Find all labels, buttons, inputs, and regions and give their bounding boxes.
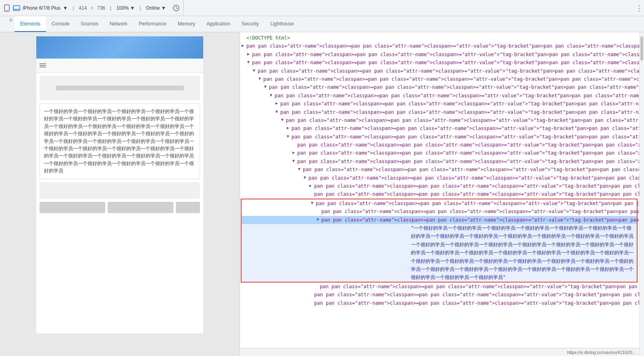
svg-line-6 xyxy=(176,8,177,9)
html-line[interactable]: pan pan class="attr-name">classpan>=pan … xyxy=(240,190,639,198)
tab-security[interactable]: Security xyxy=(236,16,265,32)
html-line[interactable]: ▼pan pan class="attr-name">classpan>=pan… xyxy=(240,133,639,141)
html-line[interactable]: ▶pan pan class="attr-name">classpan>=pan… xyxy=(240,124,639,132)
tab-console[interactable]: Console xyxy=(46,16,75,32)
expand-arrow[interactable]: ▼ xyxy=(298,165,303,172)
html-line[interactable]: ▼pan pan class="attr-name">classpan>=pan… xyxy=(240,83,639,91)
phone-section-placeholder-top xyxy=(40,76,200,100)
expand-arrow[interactable]: ▼ xyxy=(275,108,280,115)
expand-arrow[interactable]: ▶ xyxy=(287,124,292,131)
code-content: pan pan class="attr-name">classpan>=pan … xyxy=(297,141,639,149)
phone-gray-block-2 xyxy=(108,202,173,213)
responsive-icon[interactable] xyxy=(13,4,20,12)
device-section: iPhone 6/7/8 Plus ▼ | 414 × 736 | 100% ▼… xyxy=(0,0,183,16)
html-line[interactable]: ▼pan pan class="attr-name">classpan>=pan… xyxy=(240,157,639,165)
vertical-scrollbar[interactable] xyxy=(639,32,644,356)
device-height: 736 xyxy=(97,5,105,11)
scrollbar-thumb[interactable] xyxy=(640,36,643,61)
tab-network[interactable]: Network xyxy=(104,16,133,32)
device-toolbar: iPhone 6/7/8 Plus ▼ | 414 × 736 | 100% ▼… xyxy=(0,0,644,16)
more-options-icon[interactable]: ⋮ xyxy=(634,4,644,12)
expand-arrow[interactable]: ▼ xyxy=(258,75,263,82)
tab-sources[interactable]: Sources xyxy=(75,16,104,32)
code-content: pan pan class="attr-name">classpan>=pan … xyxy=(275,92,639,100)
expand-arrow[interactable]: ▶ xyxy=(309,182,314,189)
html-line[interactable]: ▶pan pan class="attr-name">classpan>=pan… xyxy=(240,100,639,108)
tab-application[interactable]: Application xyxy=(201,16,236,32)
code-content: pan pan class="attr-name">classpan>=pan … xyxy=(297,157,639,165)
html-line[interactable]: ▼pan pan class="attr-name">classpan>=pan… xyxy=(242,216,637,224)
html-line[interactable]: ▼pan pan class="attr-name">classpan>=pan… xyxy=(242,199,637,207)
html-line[interactable]: pan pan class="attr-name">classpan>=pan … xyxy=(240,299,639,307)
expand-arrow[interactable]: ▼ xyxy=(292,157,297,164)
expand-arrow[interactable]: ▼ xyxy=(304,174,308,181)
html-line[interactable]: ▶pan pan class="attr-name">classpan>=pan… xyxy=(240,42,639,50)
expand-arrow[interactable]: ▶ xyxy=(247,50,252,57)
device-mode-icon[interactable] xyxy=(7,16,15,23)
code-content: pan pan class="attr-name">classpan>=pan … xyxy=(308,174,639,182)
expand-arrow[interactable]: ▼ xyxy=(253,67,258,74)
no-throttle-icon[interactable] xyxy=(173,4,180,12)
expand-arrow[interactable]: ▼ xyxy=(311,199,316,206)
code-content: pan pan class="attr-name">classpan>=pan … xyxy=(321,207,639,216)
tab-memory[interactable]: Memory xyxy=(172,16,201,32)
code-content: pan pan class="attr-name">classpan>=pan … xyxy=(314,190,639,198)
expand-arrow[interactable]: ▶ xyxy=(275,100,280,107)
expand-arrow[interactable]: ▶ xyxy=(292,149,297,156)
device-toggle-icon[interactable] xyxy=(3,4,10,12)
devtools-right: <!DOCTYPE html>▶pan pan class="attr-name… xyxy=(240,32,644,356)
svg-rect-9 xyxy=(10,21,11,21)
elements-content[interactable]: <!DOCTYPE html>▶pan pan class="attr-name… xyxy=(240,32,639,348)
code-content: pan pan class="attr-name">classpan>=pan … xyxy=(314,299,639,307)
code-content: pan pan class="attr-name">classpan>=pan … xyxy=(292,133,639,141)
html-line[interactable]: ▼pan pan class="attr-name">classpan>=pan… xyxy=(240,174,639,182)
cross-icon: × xyxy=(90,5,94,11)
expand-arrow[interactable]: ▼ xyxy=(281,116,286,123)
zoom-selector[interactable]: 100% ▼ xyxy=(116,5,135,11)
tab-lighthouse[interactable]: Lighthouse xyxy=(265,16,300,32)
code-content: pan pan class="attr-name">classpan>=pan … xyxy=(258,67,639,75)
html-line[interactable]: "一个很好的学员一个很好的学员一个很好的学员一个很好的学员一个很好的学员一个很好… xyxy=(242,224,637,282)
html-line[interactable]: ▶pan pan class="attr-name">classpan>=pan… xyxy=(240,50,639,59)
tab-performance[interactable]: Performance xyxy=(133,16,172,32)
html-line[interactable]: ▼pan pan class="attr-name">classpan>=pan… xyxy=(240,92,639,100)
code-content: pan pan class="attr-name">classpan>=pan … xyxy=(321,216,639,224)
phone-content: 一个很好的学员一个很好的学员一个很好的学员一个很好的学员一个很好的学员一个很好的… xyxy=(36,73,203,220)
code-content: pan pan class="attr-name">classpan>=pan … xyxy=(252,50,639,59)
html-line[interactable]: ▼pan pan class="attr-name">classpan>=pan… xyxy=(240,108,639,116)
code-content: pan pan class="attr-name">classpan>=pan … xyxy=(252,59,639,67)
html-line[interactable]: ▼pan pan class="attr-name">classpan>=pan… xyxy=(240,59,639,67)
html-line[interactable]: ▼pan pan class="attr-name">classpan>=pan… xyxy=(240,116,639,124)
device-name-arrow[interactable]: ▼ xyxy=(63,5,68,11)
html-line[interactable]: ▼pan pan class="attr-name">classpan>=pan… xyxy=(240,75,639,83)
html-line[interactable]: ▶pan pan class="attr-name">classpan>=pan… xyxy=(240,182,639,190)
tab-elements[interactable]: Elements xyxy=(15,16,46,32)
network-selector[interactable]: Online ▼ xyxy=(146,5,166,11)
inspect-icon[interactable] xyxy=(0,16,7,23)
html-line[interactable]: pan pan class="attr-name">classpan>=pan … xyxy=(240,141,639,149)
code-content: pan pan class="attr-name">classpan>=pan … xyxy=(280,100,639,108)
code-content: pan pan class="attr-name">classpan>=pan … xyxy=(314,291,639,299)
html-line[interactable]: ▶pan pan class="attr-name">classpan>=pan… xyxy=(240,149,639,157)
html-line[interactable]: pan pan class="attr-name">classpan>=pan … xyxy=(240,283,639,291)
expand-arrow[interactable]: ▼ xyxy=(317,216,321,223)
code-content: pan pan class="attr-name">classpan>=pan … xyxy=(316,199,639,207)
devtools-pane: <!DOCTYPE html>▶pan pan class="attr-name… xyxy=(240,32,639,356)
expand-arrow[interactable]: ▼ xyxy=(287,133,292,140)
html-line[interactable]: ▼pan pan class="attr-name">classpan>=pan… xyxy=(240,67,639,75)
html-line[interactable]: <!DOCTYPE html> xyxy=(240,34,639,42)
expand-arrow[interactable]: ▼ xyxy=(264,83,269,90)
html-line[interactable]: pan pan class="attr-name">classpan>=pan … xyxy=(242,207,637,216)
phone-header xyxy=(36,36,203,59)
svg-rect-2 xyxy=(13,6,20,10)
html-line[interactable]: pan pan class="attr-name">classpan>=pan … xyxy=(240,291,639,299)
expand-arrow[interactable]: ▼ xyxy=(247,59,252,65)
code-content: "一个很好的学员一个很好的学员一个很好的学员一个很好的学员一个很好的学员一个很好… xyxy=(327,224,635,282)
device-name-label[interactable]: iPhone 6/7/8 Plus xyxy=(23,5,60,11)
html-line[interactable]: ▼pan pan class="attr-name">classpan>=pan… xyxy=(240,165,639,174)
expand-arrow[interactable]: ▶ xyxy=(242,42,246,49)
expand-arrow[interactable]: ▼ xyxy=(270,92,275,98)
code-content: pan pan class="attr-name">classpan>=pan … xyxy=(292,124,639,132)
code-content: pan pan class="attr-name">classpan>=pan … xyxy=(269,83,639,91)
phone-text-area[interactable]: 一个很好的学员一个很好的学员一个很好的学员一个很好的学员一个很好的学员一个很好的… xyxy=(40,103,200,179)
